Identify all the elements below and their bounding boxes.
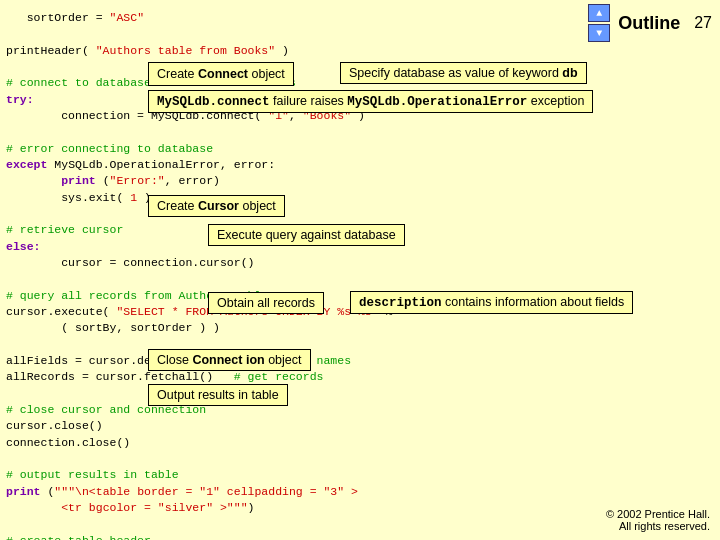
code-line-17: [6, 271, 720, 287]
code-line-27: connection.close(): [6, 435, 720, 451]
tooltip-description-info: description contains information about f…: [350, 291, 633, 314]
tt2-bold: db: [562, 66, 577, 80]
tt7-text: contains information about fields: [442, 295, 625, 309]
down-arrow-button[interactable]: ▼: [588, 24, 610, 42]
tooltip-output-results: Output results in table: [148, 384, 288, 406]
tt1-text: Create: [157, 67, 198, 81]
tt6-text: Obtain all records: [217, 296, 315, 310]
tt3-text2: exception: [527, 94, 584, 108]
code-line-24: [6, 386, 720, 402]
tt2-text: Specify database as value of keyword: [349, 66, 562, 80]
nav-arrows: ▲ ▼: [588, 4, 610, 42]
tt9-text: Output results in table: [157, 388, 279, 402]
tooltip-obtain-records: Obtain all records: [208, 292, 324, 314]
code-line-26: cursor.close(): [6, 418, 720, 434]
footer: © 2002 Prentice Hall. All rights reserve…: [606, 508, 710, 532]
code-line-12: sys.exit( 1 ): [6, 190, 720, 206]
code-line-30: print ("""\n<table border = "1" cellpadd…: [6, 484, 720, 500]
tt4-text2: object: [239, 199, 276, 213]
tt4-bold: Cursor: [198, 199, 239, 213]
code-line-23: allRecords = cursor.fetchall() # get rec…: [6, 369, 720, 385]
code-line-10: except MySQLdb.OperationalError, error:: [6, 157, 720, 173]
tt4-text: Create: [157, 199, 198, 213]
code-line-29: # output results in table: [6, 467, 720, 483]
footer-line1: © 2002 Prentice Hall.: [606, 508, 710, 520]
tooltip-execute-query: Execute query against database: [208, 224, 405, 246]
up-arrow-button[interactable]: ▲: [588, 4, 610, 22]
footer-line2: All rights reserved.: [606, 520, 710, 532]
code-line-13: [6, 206, 720, 222]
tt3-bold: MySQLdb.OperationalError: [347, 95, 527, 109]
tt5-text: Execute query against database: [217, 228, 396, 242]
tt8-text2: object: [265, 353, 302, 367]
code-line-20: ( sortBy, sortOrder ) ): [6, 320, 720, 336]
code-line-21: [6, 337, 720, 353]
tt1-bold: Connect: [198, 67, 248, 81]
tt1-text2: object: [248, 67, 285, 81]
page: ▲ ▼ Outline 27 sortOrder = "ASC" printHe…: [0, 0, 720, 540]
code-line-8: [6, 124, 720, 140]
top-bar: ▲ ▼ Outline 27: [580, 0, 720, 46]
tt7-bold: description: [359, 296, 442, 310]
code-line-28: [6, 451, 720, 467]
tooltip-create-cursor: Create Cursor object: [148, 195, 285, 217]
code-line-22: allFields = cursor.description # get fie…: [6, 353, 720, 369]
outline-label: Outline: [618, 13, 680, 34]
tt8-text: Close: [157, 353, 192, 367]
code-line-16: cursor = connection.cursor(): [6, 255, 720, 271]
code-line-9: # error connecting to database: [6, 141, 720, 157]
code-line-25: # close cursor and connection: [6, 402, 720, 418]
tooltip-connect-failure: MySQLdb.connect failure raises MySQLdb.O…: [148, 90, 593, 113]
tooltip-specify-db: Specify database as value of keyword db: [340, 62, 587, 84]
tooltip-create-connect: Create Connect object: [148, 62, 294, 86]
tt3-text: failure raises: [270, 94, 348, 108]
tt3-pre: MySQLdb.connect: [157, 95, 270, 109]
tooltip-close-connection: Close Connect ion object: [148, 349, 311, 371]
code-line-11: print ("Error:", error): [6, 173, 720, 189]
code-line-33: # create table header: [6, 533, 720, 541]
page-number: 27: [694, 14, 712, 32]
tt8-bold: Connect ion: [192, 353, 264, 367]
